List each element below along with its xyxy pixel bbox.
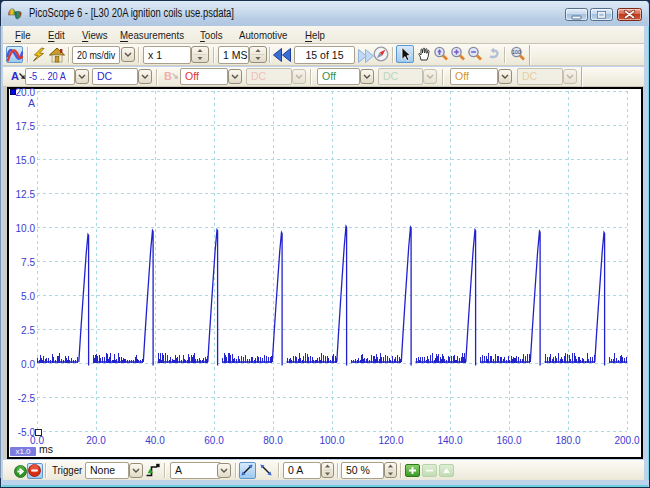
svg-text:100: 100 <box>512 49 521 55</box>
